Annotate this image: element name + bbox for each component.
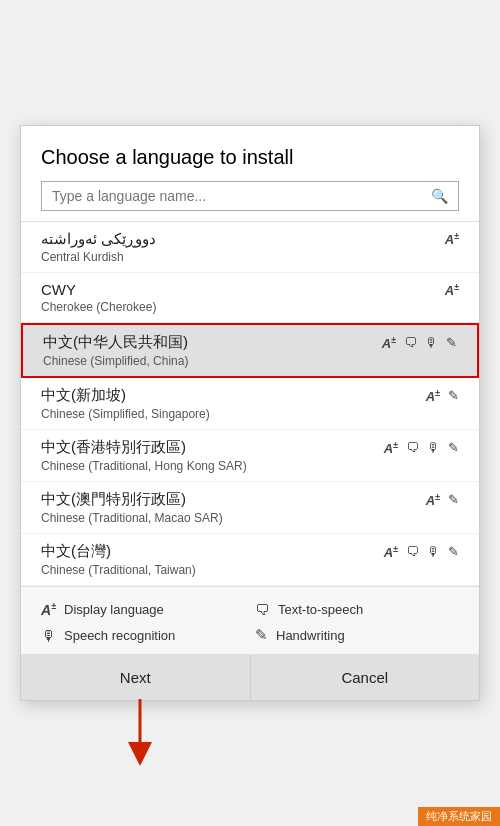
legend-item: 🎙Speech recognition [41, 626, 245, 644]
lang-icon: 🎙 [427, 439, 440, 455]
lang-native-name: CWY [41, 281, 76, 298]
lang-icon: 🗨 [406, 439, 419, 455]
lang-item[interactable]: 中文(台灣) A±🗨🎙✎ Chinese (Traditional, Taiwa… [21, 534, 479, 586]
lang-native-name: 中文(新加坡) [41, 386, 126, 405]
lang-english-name: Central Kurdish [41, 250, 459, 264]
lang-item[interactable]: 中文(中华人民共和国) A±🗨🎙✎ Chinese (Simplified, C… [21, 323, 479, 378]
lang-icon: A± [384, 439, 398, 455]
lang-icon: ✎ [448, 387, 459, 403]
lang-icon: A± [445, 231, 459, 247]
legend-icon: 🎙 [41, 627, 56, 644]
lang-english-name: Cherokee (Cherokee) [41, 300, 459, 314]
lang-icon: A± [445, 281, 459, 297]
lang-icon: A± [384, 543, 398, 559]
lang-item[interactable]: دووڕێکی ئەوراشتە A± Central Kurdish [21, 222, 479, 273]
lang-english-name: Chinese (Simplified, Singapore) [41, 407, 459, 421]
legend-label: Display language [64, 602, 164, 617]
lang-feature-icons: A±✎ [426, 387, 459, 403]
lang-feature-icons: A±🗨🎙✎ [384, 543, 459, 559]
lang-icon: 🗨 [406, 543, 419, 559]
lang-feature-icons: A±🗨🎙✎ [384, 439, 459, 455]
lang-english-name: Chinese (Traditional, Macao SAR) [41, 511, 459, 525]
dialog-title: Choose a language to install [21, 126, 479, 181]
lang-english-name: Chinese (Traditional, Hong Kong SAR) [41, 459, 459, 473]
lang-icon: 🎙 [427, 543, 440, 559]
lang-english-name: Chinese (Traditional, Taiwan) [41, 563, 459, 577]
lang-english-name: Chinese (Simplified, China) [43, 354, 457, 368]
legend-item: ✎Handwriting [255, 626, 459, 644]
language-install-dialog: Choose a language to install 🔍 دووڕێکی ئ… [20, 125, 480, 701]
search-bar[interactable]: 🔍 [41, 181, 459, 211]
language-list: دووڕێکی ئەوراشتە A± Central Kurdish CWY … [21, 221, 479, 586]
legend-label: Handwriting [276, 628, 345, 643]
lang-native-name: 中文(中华人民共和国) [43, 333, 188, 352]
cancel-button[interactable]: Cancel [251, 655, 480, 700]
lang-native-name: 中文(香港特別行政區) [41, 438, 186, 457]
legend-label: Text-to-speech [278, 602, 363, 617]
lang-icon: 🎙 [425, 334, 438, 350]
search-icon: 🔍 [431, 188, 448, 204]
lang-feature-icons: A±✎ [426, 491, 459, 507]
next-button[interactable]: Next [21, 655, 251, 700]
lang-feature-icons: A±🗨🎙✎ [382, 334, 457, 350]
lang-native-name: دووڕێکی ئەوراشتە [41, 230, 156, 248]
legend-icon: A± [41, 601, 56, 618]
legend-label: Speech recognition [64, 628, 175, 643]
lang-native-name: 中文(台灣) [41, 542, 111, 561]
lang-icon: A± [426, 491, 440, 507]
lang-icon: ✎ [448, 491, 459, 507]
lang-feature-icons: A± [445, 231, 459, 247]
legend-item: A±Display language [41, 601, 245, 618]
lang-item[interactable]: 中文(新加坡) A±✎ Chinese (Simplified, Singapo… [21, 378, 479, 430]
lang-icon: ✎ [448, 439, 459, 455]
lang-native-name: 中文(澳門特別行政區) [41, 490, 186, 509]
legend-icon: ✎ [255, 626, 268, 644]
lang-icon: 🗨 [404, 334, 417, 350]
lang-icon: A± [426, 387, 440, 403]
legend-icon: 🗨 [255, 601, 270, 618]
lang-icon: A± [382, 334, 396, 350]
legend-item: 🗨Text-to-speech [255, 601, 459, 618]
search-input[interactable] [52, 188, 431, 204]
lang-icon: ✎ [448, 543, 459, 559]
lang-item[interactable]: CWY A± Cherokee (Cherokee) [21, 273, 479, 323]
button-row: Next Cancel [21, 654, 479, 700]
lang-feature-icons: A± [445, 281, 459, 297]
lang-item[interactable]: 中文(香港特別行政區) A±🗨🎙✎ Chinese (Traditional, … [21, 430, 479, 482]
legend-section: A±Display language🗨Text-to-speech🎙Speech… [21, 586, 479, 654]
lang-item[interactable]: 中文(澳門特別行政區) A±✎ Chinese (Traditional, Ma… [21, 482, 479, 534]
watermark: 纯净系统家园 [418, 807, 500, 826]
lang-icon: ✎ [446, 334, 457, 350]
